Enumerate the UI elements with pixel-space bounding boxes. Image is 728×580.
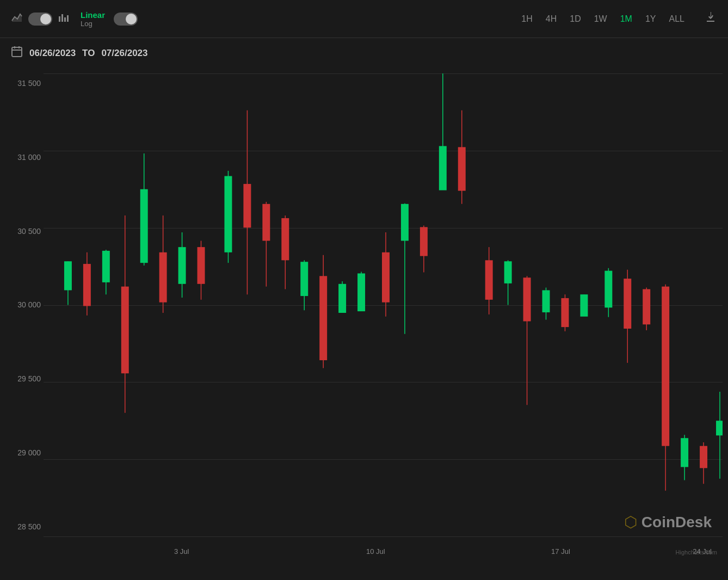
svg-rect-56 bbox=[523, 277, 531, 321]
date-to: 07/26/2023 bbox=[101, 48, 147, 59]
svg-rect-48 bbox=[439, 146, 447, 190]
svg-rect-60 bbox=[561, 298, 569, 327]
candles-svg bbox=[44, 73, 723, 536]
calendar-icon[interactable] bbox=[11, 46, 23, 60]
bar-chart-icon[interactable] bbox=[58, 12, 70, 26]
chart-area: 31 500 31 000 30 500 30 000 29 500 29 00… bbox=[0, 68, 728, 580]
toolbar: Linear Log 1H 4H 1D 1W 1M 1Y ALL bbox=[0, 0, 728, 38]
svg-rect-24 bbox=[198, 247, 205, 284]
tf-1h[interactable]: 1H bbox=[521, 14, 532, 24]
svg-rect-62 bbox=[580, 294, 588, 317]
date-range-bar: 06/26/2023 TO 07/26/2023 bbox=[0, 38, 728, 68]
svg-rect-28 bbox=[243, 184, 251, 227]
download-button[interactable] bbox=[704, 11, 717, 27]
linear-log-toggle[interactable] bbox=[114, 13, 138, 26]
svg-rect-66 bbox=[624, 279, 631, 329]
svg-rect-26 bbox=[224, 176, 232, 252]
timeframe-selector: 1H 4H 1D 1W 1M 1Y ALL bbox=[521, 14, 684, 24]
svg-rect-40 bbox=[357, 273, 365, 311]
tf-1d[interactable]: 1D bbox=[570, 14, 581, 24]
chart-toggle-switch[interactable] bbox=[28, 13, 52, 26]
svg-rect-46 bbox=[420, 227, 428, 256]
svg-rect-18 bbox=[140, 189, 148, 263]
y-label-30000: 30 000 bbox=[3, 300, 41, 309]
svg-rect-14 bbox=[102, 251, 110, 282]
svg-rect-4 bbox=[67, 15, 69, 22]
svg-rect-70 bbox=[662, 287, 669, 446]
svg-rect-72 bbox=[681, 438, 688, 467]
date-from: 06/26/2023 bbox=[29, 48, 76, 59]
svg-rect-36 bbox=[319, 276, 327, 360]
svg-rect-2 bbox=[61, 14, 63, 22]
x-label-10jul: 10 Jul bbox=[366, 547, 385, 556]
grid-line-7 bbox=[44, 536, 723, 537]
y-label-29000: 29 000 bbox=[3, 448, 41, 457]
chart-inner: 31 500 31 000 30 500 30 000 29 500 29 00… bbox=[44, 73, 723, 558]
tf-1m[interactable]: 1M bbox=[620, 14, 632, 24]
y-label-30500: 30 500 bbox=[3, 227, 41, 236]
y-label-28500: 28 500 bbox=[3, 522, 41, 531]
svg-rect-50 bbox=[458, 147, 466, 190]
svg-rect-64 bbox=[604, 271, 612, 308]
y-label-31500: 31 500 bbox=[3, 79, 41, 88]
chart-type-icons bbox=[11, 12, 70, 26]
y-label-29500: 29 500 bbox=[3, 374, 41, 383]
log-label: Log bbox=[81, 20, 92, 28]
svg-rect-52 bbox=[485, 260, 493, 300]
svg-rect-3 bbox=[64, 17, 66, 22]
tf-all[interactable]: ALL bbox=[669, 14, 684, 24]
tf-1y[interactable]: 1Y bbox=[645, 14, 656, 24]
svg-rect-38 bbox=[338, 284, 346, 313]
svg-rect-54 bbox=[504, 261, 512, 283]
tf-1w[interactable]: 1W bbox=[594, 14, 607, 24]
svg-rect-44 bbox=[401, 204, 409, 241]
linear-label: Linear bbox=[81, 10, 105, 20]
svg-rect-10 bbox=[64, 261, 72, 290]
y-axis-labels: 31 500 31 000 30 500 30 000 29 500 29 00… bbox=[3, 73, 41, 536]
svg-rect-34 bbox=[300, 262, 308, 296]
svg-rect-1 bbox=[59, 16, 60, 22]
toggle-knob bbox=[40, 14, 51, 24]
watermark: ⬡ CoinDesk bbox=[624, 513, 712, 531]
tf-4h[interactable]: 4H bbox=[546, 14, 557, 24]
svg-rect-16 bbox=[121, 287, 129, 374]
svg-rect-32 bbox=[281, 218, 289, 260]
svg-rect-5 bbox=[12, 47, 22, 57]
x-axis-labels: 3 Jul 10 Jul 17 Jul 24 Jul bbox=[44, 547, 723, 556]
svg-rect-12 bbox=[83, 264, 91, 306]
highcharts-credit: Highcharts.com bbox=[676, 549, 717, 556]
x-label-3jul: 3 Jul bbox=[174, 547, 189, 556]
svg-rect-68 bbox=[643, 289, 650, 324]
linear-log-knob bbox=[126, 14, 137, 24]
svg-rect-74 bbox=[700, 446, 707, 468]
linear-log-container: Linear Log bbox=[81, 10, 105, 28]
svg-rect-42 bbox=[382, 252, 390, 303]
x-label-17jul: 17 Jul bbox=[551, 547, 570, 556]
svg-rect-22 bbox=[178, 247, 186, 284]
svg-rect-76 bbox=[716, 421, 723, 435]
date-to-label: TO bbox=[82, 48, 95, 59]
candlestick-chart bbox=[44, 73, 723, 536]
area-chart-icon[interactable] bbox=[11, 12, 23, 26]
y-label-31000: 31 000 bbox=[3, 153, 41, 162]
coindesk-watermark-text: CoinDesk bbox=[641, 514, 712, 531]
svg-rect-58 bbox=[542, 290, 550, 312]
svg-rect-20 bbox=[159, 252, 167, 303]
coindesk-logo-icon: ⬡ bbox=[624, 513, 637, 531]
svg-rect-30 bbox=[262, 204, 270, 241]
